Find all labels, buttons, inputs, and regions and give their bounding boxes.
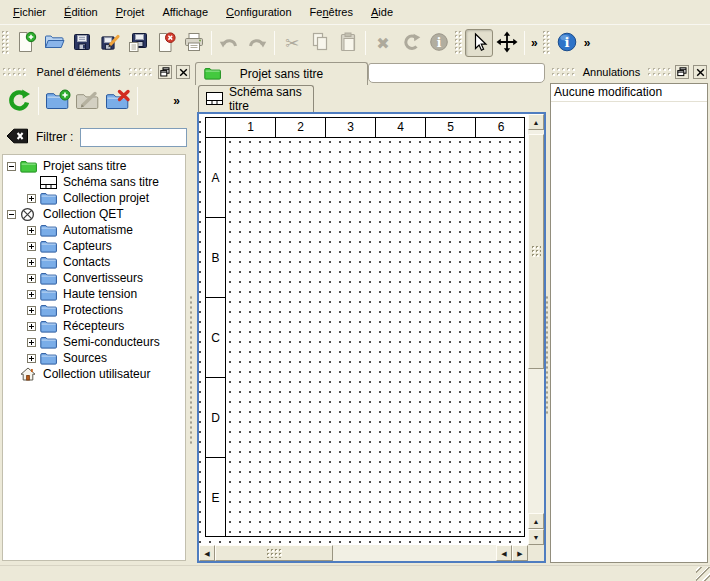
diagram-canvas[interactable]: 1 2 3 4 5 6 A B C D E [199,114,528,545]
new-category-button[interactable] [43,86,73,116]
toolbar-drag-handle[interactable] [2,31,9,55]
expand-icon[interactable] [27,290,36,299]
expand-icon[interactable] [27,274,36,283]
tree-item-protections[interactable]: Protections [3,302,185,318]
close-file-button[interactable] [152,29,180,57]
tree-item-schema-sans-titre[interactable]: Schéma sans titre [3,174,185,190]
open-project-button[interactable] [40,29,68,57]
hscroll-left-button[interactable]: ◀ [199,545,215,561]
redo-button[interactable] [243,29,271,57]
tree-item-collection-utilisateur[interactable]: Collection utilisateur [3,366,185,382]
help-info-button[interactable]: i [553,29,581,57]
undo-panel-titlebar[interactable]: Annulations [549,62,710,82]
expand-icon[interactable] [27,242,36,251]
expand-icon[interactable] [27,226,36,235]
new-folder-icon [45,89,71,113]
filter-input[interactable] [80,128,187,147]
toolbar-overflow-button[interactable]: » [528,36,541,50]
save-button[interactable] [68,29,96,57]
tree-item-haute-tension[interactable]: Haute tension [3,286,185,302]
cut-button[interactable]: ✂ [278,29,306,57]
toolbar-separator [137,87,138,115]
project-tab[interactable]: Projet sans titre [195,62,368,85]
collapse-icon[interactable] [7,210,16,219]
undo-list-item[interactable]: Aucune modification [551,84,707,102]
schema-tab[interactable]: Schéma sans titre [198,85,314,112]
close-panel-button[interactable] [176,65,190,79]
undo-panel: Annulations Aucune modification [549,62,710,565]
blue-folder-icon [40,240,57,253]
save-as-button[interactable] [96,29,124,57]
expand-icon[interactable] [27,306,36,315]
object-info-button[interactable]: i [425,29,453,57]
expand-icon[interactable] [27,354,36,363]
menubar: Fichier Édition Projet Affichage Configu… [0,0,710,24]
vscroll-thumb[interactable] [528,134,544,369]
hscroll-thumb[interactable] [215,545,333,561]
row-label: E [206,458,225,538]
tree-item-collection-qet[interactable]: Collection QET [3,206,185,222]
delete-category-button[interactable] [103,86,133,116]
menu-configuration[interactable]: Configuration [217,1,300,23]
up-arrow-icon: ▲ [533,518,540,525]
vscroll-down-button[interactable]: ▼ [528,529,544,545]
save-all-button[interactable] [124,29,152,57]
clear-filter-button[interactable] [6,128,29,146]
toolbar-drag-handle[interactable] [543,31,550,55]
menu-aide[interactable]: Aide [362,1,402,23]
rotate-button[interactable] [397,29,425,57]
elements-panel: Panel d'éléments » Filtrer : Projet sans… [0,62,193,563]
expand-icon[interactable] [27,322,36,331]
menu-fenetres[interactable]: Fenêtres [301,1,362,23]
expand-icon[interactable] [27,194,36,203]
window-resize-grip[interactable] [696,567,710,581]
pan-mode-button[interactable] [493,29,521,57]
tree-item-sources[interactable]: Sources [3,350,185,366]
tree-item-convertisseurs[interactable]: Convertisseurs [3,270,185,286]
column-header: 4 [376,118,426,137]
panel-overflow-button[interactable]: » [170,94,183,108]
right-splitter-handle[interactable] [545,295,549,415]
left-splitter-handle[interactable] [189,295,193,445]
undo-button[interactable] [215,29,243,57]
vertical-scrollbar[interactable]: ▲ ▲ ▼ [528,114,544,545]
paste-button[interactable] [334,29,362,57]
expand-icon[interactable] [27,338,36,347]
menu-fichier[interactable]: Fichier [4,1,55,23]
vscroll-up-button[interactable]: ▲ [528,114,544,130]
float-panel-button[interactable] [158,65,172,79]
column-header: 6 [476,118,526,137]
horizontal-scrollbar[interactable]: ◀ ◀ ▶ [199,545,528,561]
toolbar-overflow-button[interactable]: » [581,36,594,50]
refresh-collections-button[interactable] [4,86,34,116]
tree-item-semi-conducteurs[interactable]: Semi-conducteurs [3,334,185,350]
tree-item-recepteurs[interactable]: Récepteurs [3,318,185,334]
tree-item-capteurs[interactable]: Capteurs [3,238,185,254]
tree-item-projet-sans-titre[interactable]: Projet sans titre [3,158,185,174]
menu-affichage[interactable]: Affichage [153,1,217,23]
print-button[interactable] [180,29,208,57]
expand-icon[interactable] [27,258,36,267]
close-panel-button[interactable] [693,65,707,79]
new-document-button[interactable] [12,29,40,57]
vscroll-up-button-2[interactable]: ▲ [528,513,544,529]
tree-item-contacts[interactable]: Contacts [3,254,185,270]
collapse-icon[interactable] [7,162,16,171]
tree-item-collection-projet[interactable]: Collection projet [3,190,185,206]
edit-category-button[interactable] [73,86,103,116]
toolbar-drag-handle[interactable] [455,31,462,55]
menu-projet[interactable]: Projet [107,1,154,23]
float-panel-button[interactable] [675,65,689,79]
left-arrow-icon: ◀ [501,550,506,557]
copy-button[interactable] [306,29,334,57]
tree-item-automatisme[interactable]: Automatisme [3,222,185,238]
selection-mode-button[interactable] [465,29,493,57]
hscroll-left-button-2[interactable]: ◀ [496,545,512,561]
refresh-icon [7,88,32,115]
toolbar-separator [38,87,39,115]
edit-folder-icon [75,89,101,113]
elements-panel-titlebar[interactable]: Panel d'éléments [0,62,193,82]
hscroll-right-button[interactable]: ▶ [512,545,528,561]
delete-button[interactable]: ✖ [369,29,397,57]
menu-edition[interactable]: Édition [55,1,107,23]
